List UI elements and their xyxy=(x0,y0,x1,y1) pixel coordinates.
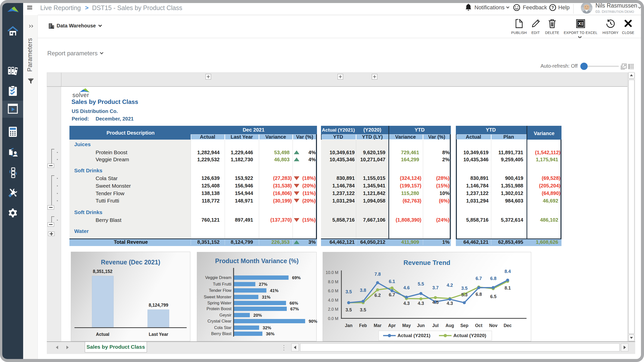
svg-text:6.1: 6.1 xyxy=(389,279,395,284)
svg-text:4.6: 4.6 xyxy=(403,285,410,290)
svg-text:Geysir: Geysir xyxy=(219,313,231,317)
svg-text:Sweet Monster: Sweet Monster xyxy=(204,295,232,299)
svg-text:32%: 32% xyxy=(263,326,271,330)
svg-text:6.8: 6.8 xyxy=(490,276,496,281)
svg-text:Spring Water: Spring Water xyxy=(207,301,231,305)
svg-text:3.7: 3.7 xyxy=(432,285,438,290)
svg-text:31%: 31% xyxy=(262,295,270,300)
svg-text:Jan: Jan xyxy=(345,323,352,328)
svg-text:Feb: Feb xyxy=(359,323,367,328)
svg-text:3.5: 3.5 xyxy=(461,286,467,291)
svg-text:Aug: Aug xyxy=(446,323,454,328)
svg-text:Berry Blast: Berry Blast xyxy=(211,331,231,336)
svg-text:8.0 M: 8.0 M xyxy=(328,279,338,284)
svg-text:3.5: 3.5 xyxy=(345,307,352,312)
svg-text:3.5: 3.5 xyxy=(360,307,366,312)
svg-text:4.3: 4.3 xyxy=(418,301,424,306)
svg-text:Last Year: Last Year xyxy=(149,332,168,337)
svg-text:2.0 M: 2.0 M xyxy=(328,307,338,311)
svg-text:4.5: 4.5 xyxy=(432,300,438,305)
svg-text:69%: 69% xyxy=(292,275,301,280)
svg-text:Sep: Sep xyxy=(460,323,468,328)
svg-text:Dec: Dec xyxy=(504,323,512,328)
svg-text:8,351,152: 8,351,152 xyxy=(93,269,112,274)
svg-text:3.8: 3.8 xyxy=(360,288,366,293)
svg-text:?: ? xyxy=(551,6,554,10)
svg-text:Mar: Mar xyxy=(374,323,381,328)
svg-text:5.3: 5.3 xyxy=(461,292,467,297)
svg-text:67%: 67% xyxy=(290,307,299,311)
svg-text:8.1: 8.1 xyxy=(504,286,511,291)
svg-text:Revenue Trend: Revenue Trend xyxy=(404,259,450,266)
svg-text:Crystal Clear: Crystal Clear xyxy=(208,319,232,323)
svg-text:Cola Star: Cola Star xyxy=(214,325,231,330)
svg-text:Product Month Variance (%): Product Month Variance (%) xyxy=(215,257,299,264)
svg-text:8,124,799: 8,124,799 xyxy=(149,303,168,308)
svg-text:Actual (Y2021): Actual (Y2021) xyxy=(397,333,430,338)
svg-text:Jun: Jun xyxy=(417,323,425,328)
svg-text:27%: 27% xyxy=(259,282,267,287)
svg-text:4.0 M: 4.0 M xyxy=(328,298,338,302)
svg-text:6.5: 6.5 xyxy=(490,294,496,299)
svg-text:4.2: 4.2 xyxy=(447,283,453,288)
svg-text:6.7: 6.7 xyxy=(475,276,482,281)
svg-text:Veggie Dream: Veggie Dream xyxy=(205,275,231,280)
svg-text:8.4: 8.4 xyxy=(504,269,511,274)
svg-text:10.0 M: 10.0 M xyxy=(326,270,338,275)
svg-text:20%: 20% xyxy=(253,313,262,318)
svg-text:Protein Boost: Protein Boost xyxy=(207,306,231,311)
svg-text:66%: 66% xyxy=(290,301,298,306)
svg-text:41%: 41% xyxy=(270,288,278,293)
svg-text:5.5: 5.5 xyxy=(418,281,424,287)
svg-text:May: May xyxy=(402,323,411,328)
svg-text:36%: 36% xyxy=(266,332,274,336)
svg-text:Apr: Apr xyxy=(388,323,396,328)
svg-text:Oct: Oct xyxy=(475,323,482,328)
svg-text:Actual (Y2020): Actual (Y2020) xyxy=(453,333,486,338)
svg-text:6.2: 6.2 xyxy=(374,293,381,298)
svg-text:0.0 M: 0.0 M xyxy=(328,316,338,321)
svg-text:6.7: 6.7 xyxy=(389,292,395,297)
svg-text:4.3: 4.3 xyxy=(403,301,410,306)
svg-text:Jul: Jul xyxy=(432,323,438,328)
svg-text:3.5: 3.5 xyxy=(345,289,352,294)
svg-text:6.0 M: 6.0 M xyxy=(328,289,338,293)
svg-text:Tutti Frutti: Tutti Frutti xyxy=(213,282,231,286)
svg-text:Nov: Nov xyxy=(489,323,497,328)
svg-text:Revenue (Dec 2021): Revenue (Dec 2021) xyxy=(101,259,160,266)
svg-text:X: X xyxy=(578,21,581,26)
svg-text:4.3: 4.3 xyxy=(447,301,453,306)
svg-text:7.8: 7.8 xyxy=(374,272,381,277)
svg-text:90%: 90% xyxy=(309,319,317,324)
svg-text:6.8: 6.8 xyxy=(475,292,482,297)
svg-text:Tender Flow: Tender Flow xyxy=(209,288,231,293)
svg-text:Actual: Actual xyxy=(96,332,109,337)
